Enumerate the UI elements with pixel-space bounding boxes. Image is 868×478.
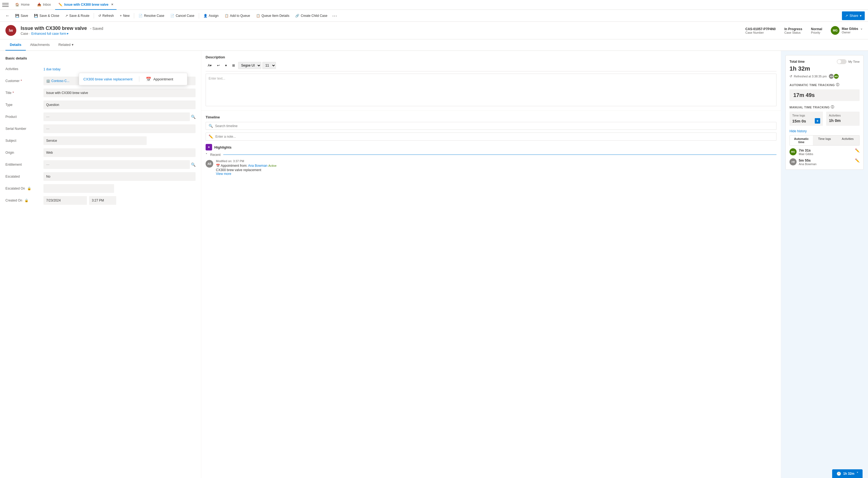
add-queue-button[interactable]: 📋 Add to Queue [222, 11, 253, 20]
more-options-button[interactable]: ⋯ [331, 13, 339, 19]
field-type: Type Question [5, 100, 195, 109]
refreshed-info: ↺ Refreshed at 3:38:35 pm AB MG [789, 73, 860, 79]
owner-section: MG Mae Gibbs Owner ˅ [831, 26, 863, 35]
format-button[interactable]: ⊞ [230, 62, 237, 68]
field-subject: Subject Service [5, 136, 195, 145]
resolve-case-button[interactable]: 📄 Resolve Case [136, 11, 167, 20]
time-logs-value-row: 15m 0s + [792, 118, 820, 124]
form-link[interactable]: Enhanced full case form ▾ [31, 32, 68, 36]
tab-details[interactable]: Details [5, 39, 26, 51]
history-entry-mg: MG 7m 31s Mae Gibbs ✏️ [789, 148, 860, 156]
back-button[interactable]: ← [3, 13, 12, 18]
cx300-replacement-link[interactable]: CX300 brew valve replacement [83, 77, 132, 81]
title-input[interactable]: Issue with CX300 brew valve [43, 89, 195, 97]
field-product: Product --- 🔍 [5, 113, 195, 121]
note-input[interactable] [215, 135, 774, 138]
title-value: Issue with CX300 brew valve [43, 89, 195, 97]
description-section: Description A▾ ↩ ▾ ⊞ Segoe UI 11 [201, 51, 781, 110]
entry-person-link[interactable]: Ana Bowman [248, 164, 267, 167]
title-required: * [12, 91, 14, 95]
recent-collapse-icon[interactable]: ˅ [206, 153, 208, 157]
owner-expand-button[interactable]: ˅ [860, 28, 863, 33]
field-escalated-on: Escalated On 🔒 [5, 184, 195, 193]
entitlement-container: --- 🔍 [43, 160, 195, 169]
tab-home[interactable]: 🏠 Home [12, 0, 33, 10]
save-button[interactable]: 💾 Save [12, 11, 31, 20]
child-case-button[interactable]: 🔗 Create Child Case [292, 11, 330, 20]
page-title: Issue with CX300 brew valve - Saved [21, 26, 741, 31]
tab-case-label: Issue with CX300 brew valve [64, 3, 108, 6]
escalated-on-label: Escalated On 🔒 [5, 187, 43, 190]
save-route-button[interactable]: ↗ Save & Route [62, 11, 92, 20]
my-time-toggle[interactable] [837, 59, 846, 64]
font-size-select[interactable]: 11 [262, 62, 276, 69]
escalated-input[interactable]: No [43, 172, 195, 181]
page-header: lw Issue with CX300 brew valve - Saved C… [0, 22, 868, 39]
type-value: Question [43, 100, 195, 109]
refresh-label: Refresh [102, 14, 114, 18]
bottom-time-bar[interactable]: 🕐 1h 32m ˅ [832, 469, 863, 478]
new-label: New [123, 14, 129, 18]
bottom-clock-icon: 🕐 [837, 472, 841, 476]
history-edit-ab-button[interactable]: ✏️ [855, 158, 860, 163]
child-case-icon: 🔗 [295, 14, 299, 18]
new-button[interactable]: + New [117, 11, 132, 20]
description-editor[interactable]: Enter text... [206, 73, 776, 106]
view-more-link[interactable]: View more [216, 172, 776, 176]
history-tab-automatic[interactable]: Automatic time [790, 135, 813, 145]
timeline-title: Timeline [206, 115, 776, 119]
tab-attachments[interactable]: Attachments [26, 39, 54, 51]
save-close-icon: 💾 [34, 14, 38, 18]
origin-input[interactable]: Web [43, 148, 195, 157]
type-input[interactable]: Question [43, 100, 195, 109]
serial-number-input[interactable]: --- [43, 124, 195, 133]
add-time-log-button[interactable]: + [815, 118, 820, 124]
undo-button[interactable]: ↩ [215, 62, 222, 68]
history-tab-activities[interactable]: Activities [836, 135, 859, 145]
tab-inbox[interactable]: 📥 Inbox [34, 0, 54, 10]
hide-history-button[interactable]: Hide history [789, 129, 807, 133]
my-time-label: My Time [848, 60, 860, 63]
field-created-on: Created On 🔒 7/23/2024 3:27 PM [5, 196, 195, 205]
appointment-item[interactable]: 📅 Appointment [146, 76, 173, 82]
save-route-icon: ↗ [65, 14, 68, 18]
queue-details-button[interactable]: 📋 Queue Item Details [253, 11, 292, 20]
subject-input[interactable]: Service [43, 136, 147, 145]
save-route-label: Save & Route [69, 14, 89, 18]
entry-detail: 📅 Appointment from: Ana Bowman Active [216, 164, 776, 167]
new-icon: + [120, 14, 122, 18]
field-activities: Activities 1 due today [5, 65, 195, 73]
subject-label: Subject [5, 139, 43, 142]
tab-case[interactable]: ✏️ Issue with CX300 brew valve ✕ [55, 0, 117, 10]
refresh-time-icon[interactable]: ↺ [789, 74, 792, 78]
bottom-time-value: 1h 32m [843, 472, 855, 476]
product-search-icon[interactable]: 🔍 [191, 115, 195, 119]
escalated-on-input[interactable] [43, 184, 114, 193]
recent-label: Recent [210, 153, 220, 157]
save-close-button[interactable]: 💾 Save & Close [31, 11, 62, 20]
tab-related[interactable]: Related ▾ [54, 39, 78, 51]
my-time-toggle-area: My Time [837, 59, 860, 64]
cancel-label: Cancel Case [176, 14, 194, 18]
tab-close-button[interactable]: ✕ [111, 3, 113, 6]
created-on-date-input[interactable]: 7/23/2024 [43, 196, 87, 205]
refresh-button[interactable]: ↺ Refresh [96, 11, 117, 20]
hamburger-menu[interactable] [2, 2, 9, 8]
resolve-icon: 📄 [138, 14, 143, 18]
font-name-select[interactable]: Segoe UI [238, 62, 261, 69]
assign-button[interactable]: 👤 Assign [201, 11, 221, 20]
share-button[interactable]: ↗ Share ▾ [842, 11, 865, 20]
entitlement-search-icon[interactable]: 🔍 [191, 162, 195, 167]
product-input[interactable]: --- [43, 113, 190, 121]
history-tab-timelogs[interactable]: Time logs [813, 135, 836, 145]
history-edit-mg-button[interactable]: ✏️ [855, 148, 860, 153]
timeline-search-input[interactable] [215, 124, 774, 128]
cancel-case-button[interactable]: 📄 Cancel Case [167, 11, 197, 20]
activities-link[interactable]: 1 due today [43, 67, 61, 71]
undo-dropdown-button[interactable]: ▾ [223, 62, 229, 68]
entitlement-input[interactable]: --- [43, 160, 190, 169]
history-avatar-mg: MG [789, 148, 797, 155]
created-on-time-input[interactable]: 3:27 PM [89, 196, 116, 205]
font-color-button[interactable]: A▾ [206, 62, 214, 68]
history-tabs: Automatic time Time logs Activities [789, 135, 860, 146]
